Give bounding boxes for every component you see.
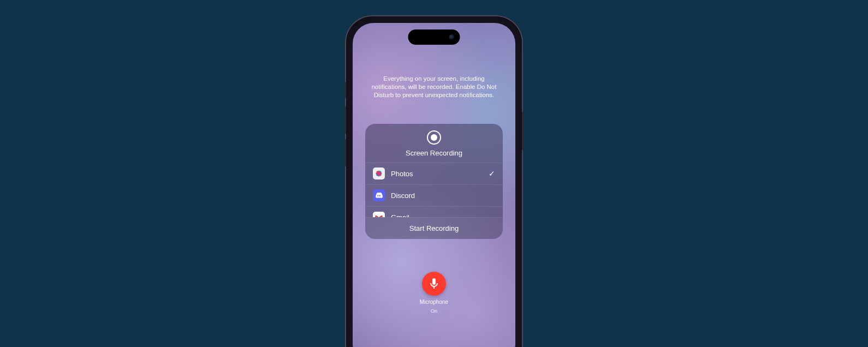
side-button-mute[interactable] — [344, 82, 346, 98]
microphone-area: Microphone On — [420, 272, 448, 314]
destination-discord[interactable]: Discord — [365, 185, 503, 207]
dynamic-island — [408, 29, 460, 45]
discord-app-icon — [373, 189, 385, 201]
start-recording-label: Start Recording — [409, 224, 459, 232]
phone-frame: Everything on your screen, including not… — [346, 16, 522, 347]
record-icon — [427, 130, 441, 145]
screen-recording-panel: Screen Recording — [365, 124, 503, 239]
microphone-icon — [430, 278, 438, 289]
photos-app-icon — [373, 167, 385, 180]
destination-list[interactable]: Photos ✓ Discord — [365, 163, 503, 217]
destination-photos[interactable]: Photos ✓ — [365, 163, 503, 185]
microphone-label: Microphone — [420, 299, 448, 305]
destination-gmail[interactable]: Gmail — [365, 207, 503, 217]
recording-disclaimer-text: Everything on your screen, including not… — [370, 75, 498, 99]
start-recording-button[interactable]: Start Recording — [365, 217, 503, 239]
front-camera-icon — [449, 34, 455, 40]
panel-header: Screen Recording — [365, 124, 503, 163]
gmail-app-icon — [373, 212, 385, 217]
side-button-volume-down[interactable] — [344, 139, 346, 166]
side-button-power[interactable] — [522, 112, 524, 150]
destination-label: Photos — [391, 170, 483, 178]
screen-content: Everything on your screen, including not… — [353, 23, 515, 347]
phone-screen: Everything on your screen, including not… — [353, 23, 515, 347]
microphone-toggle-button[interactable] — [422, 272, 446, 296]
destination-label: Gmail — [391, 213, 495, 217]
destination-label: Discord — [391, 192, 495, 200]
side-button-volume-up[interactable] — [344, 106, 346, 134]
checkmark-icon: ✓ — [489, 169, 495, 178]
panel-title: Screen Recording — [406, 149, 462, 157]
microphone-state: On — [431, 308, 437, 314]
